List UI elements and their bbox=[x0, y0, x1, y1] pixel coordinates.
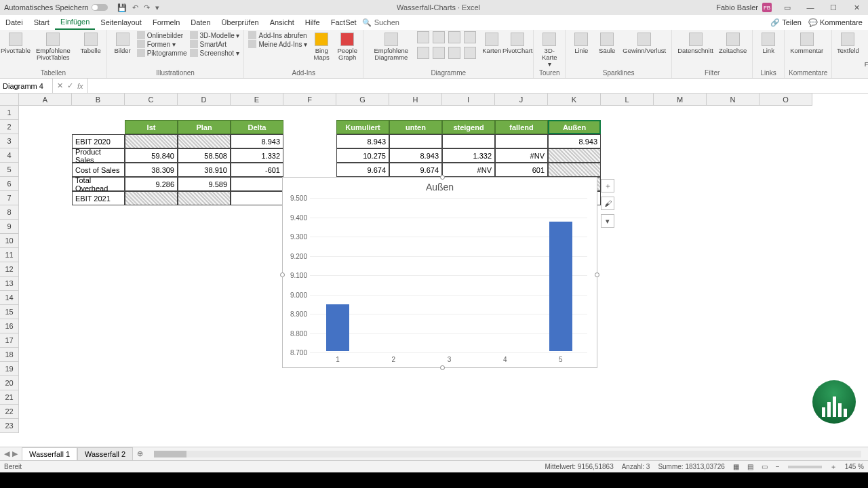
minimize-icon[interactable]: — bbox=[799, 0, 822, 15]
save-icon[interactable]: 💾 bbox=[117, 3, 127, 12]
cell[interactable]: 9.674 bbox=[389, 163, 442, 177]
shapes-button[interactable]: Formen ▾ bbox=[137, 40, 187, 48]
tab-hilfe[interactable]: Hilfe bbox=[300, 15, 326, 30]
cell[interactable]: 8.943 bbox=[389, 148, 442, 163]
tab-daten[interactable]: Daten bbox=[185, 15, 216, 30]
cancel-formula-icon[interactable]: ✕ bbox=[57, 81, 63, 90]
redo-icon[interactable]: ↷ bbox=[144, 3, 150, 12]
fx-icon[interactable]: fx bbox=[77, 82, 83, 90]
row-header[interactable]: 14 bbox=[0, 291, 19, 305]
col-header[interactable]: I bbox=[442, 94, 495, 106]
pivottable-button[interactable]: PivotTable bbox=[4, 31, 27, 56]
col-header[interactable]: K bbox=[548, 94, 601, 106]
cell[interactable] bbox=[389, 134, 442, 148]
online-pictures-button[interactable]: Onlinebilder bbox=[137, 31, 187, 39]
cell[interactable]: unten bbox=[389, 120, 442, 134]
cell[interactable] bbox=[442, 134, 495, 148]
zoom-in-icon[interactable]: ＋ bbox=[830, 462, 837, 472]
undo-icon[interactable]: ↶ bbox=[132, 3, 138, 12]
bing-maps-button[interactable]: Bing Maps bbox=[310, 31, 333, 62]
cell[interactable] bbox=[125, 134, 178, 148]
cell[interactable]: Total Overhead bbox=[72, 177, 125, 191]
cell[interactable] bbox=[178, 134, 231, 148]
row-header[interactable]: 15 bbox=[0, 305, 19, 319]
cell[interactable]: 38.309 bbox=[125, 163, 178, 177]
row-header[interactable]: 13 bbox=[0, 277, 19, 291]
comments-button[interactable]: 💬 Kommentare bbox=[808, 18, 863, 27]
screenshot-button[interactable]: Screenshot ▾ bbox=[190, 49, 240, 57]
close-icon[interactable]: ✕ bbox=[845, 0, 868, 15]
zoom-out-icon[interactable]: − bbox=[776, 463, 780, 470]
cell[interactable]: 8.943 bbox=[336, 134, 389, 148]
recommended-pivot-button[interactable]: Empfohlene PivotTables bbox=[30, 31, 77, 62]
maximize-icon[interactable]: ☐ bbox=[822, 0, 845, 15]
cell[interactable]: #NV bbox=[442, 163, 495, 177]
cell[interactable] bbox=[548, 163, 601, 177]
cell[interactable]: 601 bbox=[495, 163, 548, 177]
row-header[interactable]: 16 bbox=[0, 319, 19, 333]
chart-title[interactable]: Außen bbox=[283, 178, 597, 197]
sheet-tab-active[interactable]: Wasserfall 1 bbox=[22, 447, 77, 461]
cell[interactable] bbox=[548, 148, 601, 163]
cell[interactable]: Product Sales bbox=[72, 148, 125, 163]
cell[interactable]: 9.286 bbox=[125, 177, 178, 191]
row-header[interactable]: 22 bbox=[0, 405, 19, 419]
search-label[interactable]: Suchen bbox=[374, 18, 399, 26]
textbox-button[interactable]: Textfeld bbox=[836, 31, 859, 56]
smartart-button[interactable]: SmartArt bbox=[190, 40, 240, 48]
cell[interactable]: Außen bbox=[548, 120, 601, 134]
sparkline-winloss-button[interactable]: Gewinn/Verlust bbox=[621, 31, 667, 56]
row-header[interactable]: 17 bbox=[0, 333, 19, 348]
recommended-charts-button[interactable]: Empfohlene Diagramme bbox=[368, 31, 414, 62]
zoom-level[interactable]: 145 % bbox=[845, 463, 864, 470]
cell[interactable] bbox=[125, 191, 178, 205]
cell[interactable]: 8.943 bbox=[231, 134, 283, 148]
3dmap-button[interactable]: 3D-Karte ▾ bbox=[538, 31, 561, 69]
pictures-button[interactable]: Bilder bbox=[111, 31, 134, 56]
cell[interactable] bbox=[231, 177, 283, 191]
row-header[interactable]: 7 bbox=[0, 191, 19, 205]
tab-formeln[interactable]: Formeln bbox=[147, 15, 185, 30]
icons-button[interactable]: Piktogramme bbox=[137, 49, 187, 57]
sheet-prev-icon[interactable]: ◀ bbox=[4, 449, 9, 458]
spreadsheet-grid[interactable]: ABCDEFGHIJKLMNO 123456789101112131415161… bbox=[0, 94, 868, 447]
col-header[interactable]: G bbox=[336, 94, 389, 106]
col-header[interactable]: H bbox=[389, 94, 442, 106]
tab-datei[interactable]: Datei bbox=[0, 15, 28, 30]
sparkline-column-button[interactable]: Säule bbox=[595, 31, 618, 56]
row-header[interactable]: 23 bbox=[0, 419, 19, 433]
col-header[interactable]: O bbox=[760, 94, 812, 106]
col-header[interactable]: F bbox=[283, 94, 336, 106]
cell[interactable]: 1.332 bbox=[231, 148, 283, 163]
cell[interactable]: 10.275 bbox=[336, 148, 389, 163]
row-header[interactable]: 12 bbox=[0, 262, 19, 277]
cell[interactable]: 9.589 bbox=[178, 177, 231, 191]
my-addins-button[interactable]: Meine Add-Ins ▾ bbox=[248, 40, 307, 48]
cell[interactable]: fallend bbox=[495, 120, 548, 134]
cell[interactable] bbox=[178, 191, 231, 205]
tab-ansicht[interactable]: Ansicht bbox=[264, 15, 300, 30]
user-avatar[interactable]: FB bbox=[762, 3, 772, 12]
3dmodels-button[interactable]: 3D-Modelle ▾ bbox=[190, 31, 240, 39]
header-footer-button[interactable]: Kopf- und Fußzeile bbox=[862, 31, 868, 69]
cell[interactable]: Delta bbox=[231, 120, 283, 134]
chart-filter-icon[interactable]: ▾ bbox=[601, 214, 614, 228]
comment-button[interactable]: Kommentar bbox=[789, 31, 825, 56]
timeline-button[interactable]: Zeitachse bbox=[717, 31, 748, 56]
view-pagelayout-icon[interactable]: ▤ bbox=[747, 463, 753, 470]
user-name[interactable]: Fabio Basler bbox=[716, 3, 758, 12]
cell[interactable]: 58.508 bbox=[178, 148, 231, 163]
col-header[interactable]: L bbox=[601, 94, 654, 106]
select-all-corner[interactable] bbox=[0, 94, 19, 106]
view-normal-icon[interactable]: ▦ bbox=[733, 463, 739, 470]
row-header[interactable]: 5 bbox=[0, 163, 19, 177]
row-header[interactable]: 21 bbox=[0, 390, 19, 405]
chart-gallery[interactable] bbox=[417, 31, 477, 60]
table-button[interactable]: Tabelle bbox=[79, 31, 102, 56]
cell[interactable]: Ist bbox=[125, 120, 178, 134]
horizontal-scrollbar[interactable] bbox=[154, 451, 861, 458]
row-header[interactable]: 8 bbox=[0, 205, 19, 220]
zoom-slider[interactable] bbox=[788, 466, 822, 468]
cell[interactable] bbox=[231, 191, 283, 205]
cell[interactable]: EBIT 2021 bbox=[72, 191, 125, 205]
